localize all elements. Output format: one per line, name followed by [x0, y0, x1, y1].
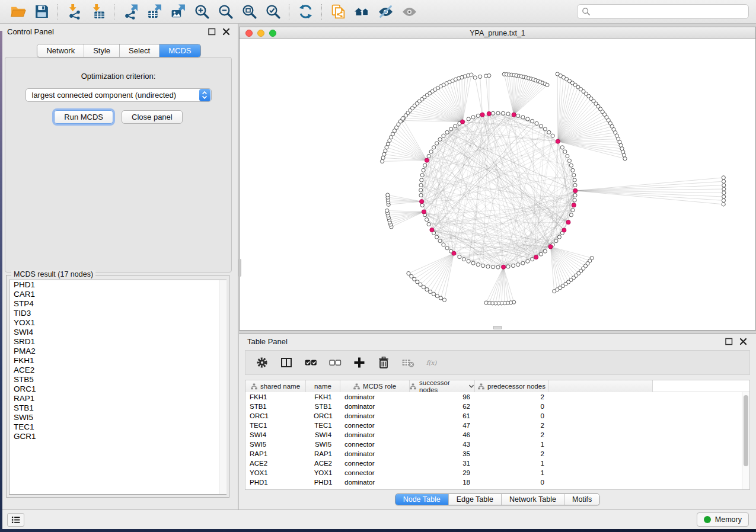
- table-scrollbar-thumb[interactable]: [744, 395, 748, 466]
- table-cell: dominator: [340, 412, 410, 419]
- table-row[interactable]: TEC1TEC1connector472: [245, 421, 749, 430]
- column-header-name[interactable]: name: [306, 380, 340, 392]
- show-all-button[interactable]: [397, 2, 421, 21]
- mcds-result-item[interactable]: CAR1: [9, 290, 226, 299]
- mcds-result-item[interactable]: SWI4: [9, 328, 226, 337]
- tab-network-table[interactable]: Network Table: [501, 494, 564, 505]
- mcds-result-item[interactable]: STP4: [9, 299, 226, 309]
- memory-button[interactable]: Memory: [697, 512, 749, 527]
- zoom-selected-button[interactable]: [261, 2, 285, 21]
- zoom-fit-button[interactable]: [237, 2, 261, 21]
- float-panel-icon[interactable]: [208, 27, 216, 36]
- close-window-icon[interactable]: [245, 30, 253, 37]
- tab-node-table[interactable]: Node Table: [395, 494, 448, 505]
- function-builder-button[interactable]: f(x): [425, 355, 439, 370]
- table-cell: SWI5: [245, 441, 306, 448]
- mcds-result-item[interactable]: GCR1: [9, 432, 226, 441]
- table-header-row: shared namenameMCDS rolesuccessor nodesp…: [245, 380, 749, 392]
- close-panel-icon[interactable]: [222, 27, 231, 36]
- table-cell: connector: [340, 460, 410, 467]
- save-session-button[interactable]: [30, 2, 53, 21]
- maximize-window-icon[interactable]: [269, 30, 276, 37]
- import-table-icon: [90, 4, 106, 20]
- table-cell: ACE2: [245, 460, 306, 467]
- mcds-result-item[interactable]: ORC1: [9, 384, 226, 394]
- zoom-in-button[interactable]: [190, 2, 213, 21]
- mcds-result-item[interactable]: FKH1: [9, 356, 226, 366]
- deselect-all-button[interactable]: [328, 355, 342, 370]
- hide-selected-button[interactable]: [374, 2, 397, 21]
- canvas-splitter-knob[interactable]: [493, 326, 502, 329]
- mcds-result-item[interactable]: STB1: [9, 403, 226, 413]
- mcds-result-item[interactable]: ACE2: [9, 366, 226, 375]
- criterion-select[interactable]: largest connected component (undirected): [25, 88, 212, 102]
- table-cell: TEC1: [306, 422, 340, 429]
- select-all-button[interactable]: [304, 355, 318, 370]
- search-input[interactable]: [577, 4, 749, 19]
- mcds-result-item[interactable]: TID3: [9, 309, 226, 318]
- tab-style[interactable]: Style: [84, 44, 119, 57]
- task-history-button[interactable]: [7, 513, 24, 527]
- refresh-icon: [298, 4, 314, 20]
- mcds-result-item[interactable]: SWI5: [9, 413, 226, 422]
- column-header-shared-name[interactable]: shared name: [245, 380, 306, 392]
- table-row[interactable]: ORC1ORC1dominator610: [245, 411, 749, 421]
- mcds-list-scrollbar[interactable]: [219, 280, 227, 494]
- zoom-out-icon: [218, 4, 234, 20]
- table-cell: ORC1: [245, 412, 306, 419]
- tab-mcds[interactable]: MCDS: [159, 44, 200, 57]
- splitter-handle[interactable]: [238, 259, 241, 277]
- open-file-button[interactable]: [6, 2, 30, 21]
- close-panel-button[interactable]: Close panel: [122, 110, 183, 124]
- mcds-result-item[interactable]: STB5: [9, 375, 226, 384]
- new-network-from-selection-button[interactable]: [326, 2, 350, 21]
- zoom-out-button[interactable]: [213, 2, 237, 21]
- table-row[interactable]: STB1STB1dominator620: [245, 402, 749, 411]
- minimize-window-icon[interactable]: [257, 30, 264, 37]
- table-row[interactable]: SWI5SWI5connector431: [245, 440, 749, 449]
- mcds-result-item[interactable]: SRD1: [9, 337, 226, 347]
- import-network-button[interactable]: [62, 2, 86, 21]
- table-row[interactable]: RAP1RAP1dominator352: [245, 449, 749, 459]
- add-row-button[interactable]: [352, 355, 366, 370]
- tab-network[interactable]: Network: [37, 44, 84, 57]
- tab-motifs[interactable]: Motifs: [564, 494, 599, 505]
- memory-label: Memory: [715, 515, 742, 524]
- export-image-button[interactable]: [166, 2, 190, 21]
- mcds-result-item[interactable]: PMA2: [9, 347, 226, 356]
- close-table-panel-icon[interactable]: [739, 337, 748, 346]
- first-neighbors-button[interactable]: [350, 2, 374, 21]
- delete-row-button[interactable]: [377, 355, 391, 370]
- refresh-button[interactable]: [294, 2, 317, 21]
- table-row[interactable]: ACE2ACE2connector311: [245, 459, 749, 468]
- status-bar: Memory: [0, 509, 756, 529]
- column-header-MCDS-role[interactable]: MCDS role: [340, 380, 410, 392]
- export-table-button[interactable]: [142, 2, 166, 21]
- mcds-result-item[interactable]: RAP1: [9, 394, 226, 403]
- mcds-result-item[interactable]: TEC1: [9, 422, 226, 432]
- import-table-button[interactable]: [86, 2, 110, 21]
- table-settings-button[interactable]: [255, 355, 269, 370]
- network-canvas[interactable]: [240, 39, 755, 330]
- table-row[interactable]: FKH1FKH1dominator962: [245, 392, 749, 402]
- table-panel-title: Table Panel: [247, 337, 288, 346]
- float-table-panel-icon[interactable]: [725, 337, 733, 346]
- delete-table-button[interactable]: [401, 355, 415, 370]
- show-columns-icon: [280, 356, 293, 369]
- table-row[interactable]: YOX1YOX1connector291: [245, 468, 749, 477]
- table-cell: 43: [410, 441, 475, 448]
- tab-edge-table[interactable]: Edge Table: [448, 494, 501, 505]
- export-network-button[interactable]: [119, 2, 142, 21]
- run-mcds-button[interactable]: Run MCDS: [54, 110, 113, 124]
- column-header-predecessor-nodes[interactable]: predecessor nodes: [475, 380, 549, 392]
- table-row[interactable]: PHD1PHD1dominator180: [245, 477, 749, 487]
- mcds-result-item[interactable]: PHD1: [9, 280, 226, 290]
- tab-select[interactable]: Select: [119, 44, 159, 57]
- column-header-successor-nodes[interactable]: successor nodes: [410, 380, 475, 392]
- table-row[interactable]: SWI4SWI4dominator462: [245, 430, 749, 440]
- mcds-result-item[interactable]: YOX1: [9, 318, 226, 328]
- table-scrollbar[interactable]: [742, 392, 749, 489]
- mcds-result-list[interactable]: PHD1CAR1STP4TID3YOX1SWI4SRD1PMA2FKH1ACE2…: [9, 280, 227, 495]
- cytoscape-window: Control Panel NetworkStyleSelectMCDS Opt…: [0, 0, 756, 529]
- show-columns-button[interactable]: [279, 355, 294, 370]
